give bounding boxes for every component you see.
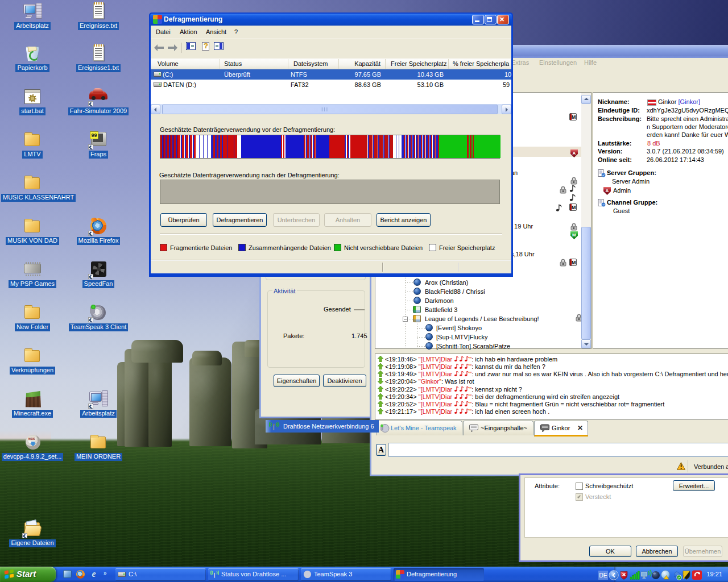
svg-text:DE: DE: [599, 572, 607, 579]
